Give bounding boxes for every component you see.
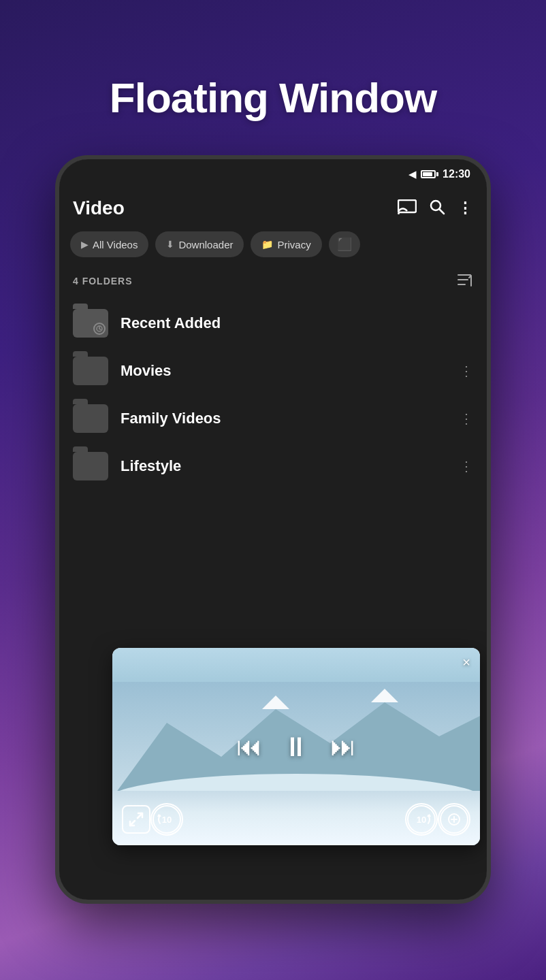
category-tabs: ▶ All Videos ⬇ Downloader 📁 Privacy ⬛ bbox=[59, 226, 487, 265]
status-icons: ◀ 12:30 bbox=[408, 168, 470, 180]
tab-downloader[interactable]: ⬇ Downloader bbox=[155, 231, 244, 257]
tab-more[interactable]: ⬛ bbox=[329, 231, 360, 257]
tab-more-icon: ⬛ bbox=[337, 237, 352, 252]
folder-item-family-videos[interactable]: Family Videos ⋮ bbox=[59, 395, 487, 442]
tab-privacy-label: Privacy bbox=[277, 239, 310, 250]
app-title: Video bbox=[73, 197, 125, 219]
app-header: Video bbox=[59, 189, 487, 226]
header-icons: ⋮ bbox=[398, 199, 473, 218]
folder-item-movies[interactable]: Movies ⋮ bbox=[59, 347, 487, 395]
folder-item-lifestyle[interactable]: Lifestyle ⋮ bbox=[59, 442, 487, 490]
family-videos-folder-icon bbox=[73, 404, 108, 433]
movies-folder-icon bbox=[73, 357, 108, 385]
pause-button[interactable]: ⏸ bbox=[283, 733, 310, 760]
svg-text:10: 10 bbox=[417, 815, 426, 825]
tab-privacy[interactable]: 📁 Privacy bbox=[251, 231, 321, 257]
status-bar: ◀ 12:30 bbox=[59, 159, 487, 189]
more-button[interactable]: ⋮ bbox=[457, 199, 473, 217]
recent-added-folder-icon bbox=[73, 309, 108, 338]
status-time: 12:30 bbox=[443, 168, 470, 180]
player-close-button[interactable]: × bbox=[462, 655, 470, 670]
floating-player: × ⏮ ⏸ ⏭ bbox=[112, 648, 480, 845]
signal-icon: ◀ bbox=[408, 168, 417, 180]
folder-name-lifestyle: Lifestyle bbox=[121, 457, 447, 475]
tab-all-videos[interactable]: ▶ All Videos bbox=[70, 231, 148, 257]
app-content: Video bbox=[59, 189, 487, 900]
svg-line-3 bbox=[440, 210, 445, 214]
folders-count: 4 FOLDERS bbox=[73, 276, 133, 287]
tab-all-videos-label: All Videos bbox=[93, 239, 138, 250]
svg-marker-19 bbox=[157, 814, 161, 817]
svg-point-1 bbox=[398, 212, 400, 214]
prev-button[interactable]: ⏮ bbox=[236, 734, 262, 760]
battery-icon bbox=[421, 170, 438, 178]
player-controls-bottom: 10 10 bbox=[122, 803, 470, 836]
page-wrapper: Floating Window ◀ 12:30 Video bbox=[0, 41, 546, 980]
folder-name-family-videos: Family Videos bbox=[121, 410, 447, 427]
family-videos-more-button[interactable]: ⋮ bbox=[460, 410, 473, 427]
next-button[interactable]: ⏭ bbox=[330, 734, 356, 760]
svg-line-9 bbox=[99, 329, 101, 330]
player-video-bg: × ⏮ ⏸ ⏭ bbox=[112, 648, 480, 845]
cast-button[interactable] bbox=[398, 199, 417, 217]
tab-downloader-label: Downloader bbox=[178, 239, 233, 250]
folder-name-movies: Movies bbox=[121, 362, 447, 380]
lifestyle-folder-icon bbox=[73, 452, 108, 480]
movies-more-button[interactable]: ⋮ bbox=[460, 363, 473, 379]
folder-item-recent-added[interactable]: Recent Added bbox=[59, 299, 487, 347]
expand-button[interactable] bbox=[122, 805, 150, 834]
downloader-icon: ⬇ bbox=[166, 239, 174, 250]
privacy-icon: 📁 bbox=[261, 239, 273, 250]
svg-marker-22 bbox=[427, 814, 431, 817]
zoom-button[interactable] bbox=[438, 803, 470, 836]
player-controls-main: ⏮ ⏸ ⏭ bbox=[236, 733, 356, 760]
svg-text:10: 10 bbox=[162, 815, 172, 825]
phone-mockup: ◀ 12:30 Video bbox=[55, 155, 491, 904]
lifestyle-more-button[interactable]: ⋮ bbox=[460, 458, 473, 474]
folders-header: 4 FOLDERS bbox=[59, 265, 487, 299]
page-heading: Floating Window bbox=[110, 75, 436, 121]
search-button[interactable] bbox=[429, 199, 445, 218]
sort-button[interactable] bbox=[455, 271, 473, 291]
forward-button[interactable]: 10 bbox=[405, 803, 438, 836]
rewind-button[interactable]: 10 bbox=[150, 803, 183, 836]
all-videos-icon: ▶ bbox=[81, 239, 89, 250]
folder-name-recent-added: Recent Added bbox=[121, 314, 473, 332]
